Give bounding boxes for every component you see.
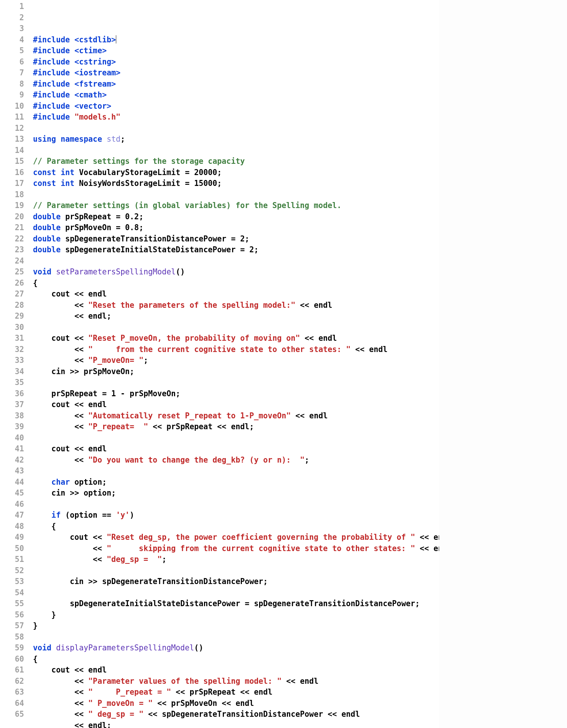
code-line[interactable]: // Parameter settings (in global variabl… (33, 200, 439, 211)
code-line[interactable]: { (33, 654, 439, 665)
line-number: 45 (0, 488, 24, 499)
code-line[interactable]: // Parameter settings for the storage ca… (33, 156, 439, 167)
token-op: >> (65, 488, 84, 497)
code-line[interactable]: double prSpMoveOn = 0.8; (33, 222, 439, 234)
line-number: 36 (0, 388, 24, 400)
code-line[interactable]: spDegenerateInitialStateDistancePower = … (33, 598, 439, 610)
code-line[interactable]: cout << endl (33, 289, 439, 300)
code-line[interactable]: #include <fstream> (33, 79, 439, 90)
code-line[interactable] (33, 145, 439, 156)
line-number: 6 (0, 57, 24, 68)
code-line[interactable]: #include <ctime> (33, 45, 439, 57)
code-line[interactable]: #include <cmath> (33, 90, 439, 101)
code-line[interactable]: { (33, 521, 439, 532)
code-line[interactable]: cout << endl (33, 665, 439, 676)
token-op: = (111, 212, 125, 221)
code-line[interactable]: << "Automatically reset P_repeat to 1-P_… (33, 410, 439, 422)
line-number: 22 (0, 234, 24, 245)
code-editor[interactable]: 1234567891011121314151617181920212223242… (0, 0, 439, 728)
token-id: spDegenerateTransitionDistancePower (162, 710, 323, 719)
code-line[interactable] (33, 587, 439, 599)
code-line[interactable]: << " P_repeat = " << prSpRepeat << endl (33, 687, 439, 698)
code-line[interactable]: using namespace std; (33, 134, 439, 145)
code-line[interactable]: double spDegenerateInitialStateDistanceP… (33, 244, 439, 256)
code-line[interactable] (33, 466, 439, 477)
code-line[interactable]: #include <vector> (33, 101, 439, 112)
code-line[interactable]: << " from the current cognitive state to… (33, 344, 439, 355)
code-line[interactable]: << "P_repeat= " << prSpRepeat << endl; (33, 421, 439, 433)
token-id: cout (51, 400, 70, 409)
code-line[interactable]: cout << endl (33, 399, 439, 410)
line-number: 42 (0, 455, 24, 466)
code-line[interactable]: << "Do you want to change the deg_kb? (y… (33, 455, 439, 466)
line-number: 21 (0, 222, 24, 234)
code-line[interactable] (33, 565, 439, 577)
code-line[interactable]: void displayParametersSpellingModel() (33, 643, 439, 654)
code-line[interactable]: #include <iostream> (33, 67, 439, 79)
code-line[interactable]: double spDegenerateTransitionDistancePow… (33, 234, 439, 245)
token-op: << (70, 665, 88, 674)
code-line[interactable] (33, 189, 439, 201)
code-line[interactable]: << "Parameter values of the spelling mod… (33, 676, 439, 687)
code-line[interactable]: double prSpRepeat = 0.2; (33, 211, 439, 223)
token-op: << (144, 710, 162, 719)
code-line[interactable] (33, 499, 439, 510)
line-number: 15 (0, 156, 24, 167)
code-line[interactable]: char option; (33, 477, 439, 488)
code-line[interactable] (33, 377, 439, 388)
code-line[interactable]: prSpRepeat = 1 - prSpMoveOn; (33, 388, 439, 400)
code-line[interactable]: const int VocabularyStorageLimit = 20000… (33, 167, 439, 178)
line-number: 54 (0, 587, 24, 599)
token-op: ; (176, 389, 180, 398)
token-op: ; (217, 179, 222, 188)
code-line[interactable]: { (33, 278, 439, 289)
code-line[interactable]: if (option == 'y') (33, 510, 439, 521)
line-number: 16 (0, 167, 24, 178)
code-line[interactable]: #include "models.h" (33, 112, 439, 123)
token-pl (33, 544, 93, 553)
token-pl (33, 677, 75, 686)
code-area[interactable]: #include <cstdlib>#include <ctime>#inclu… (30, 0, 439, 728)
token-op: << (351, 345, 369, 354)
token-pl (33, 710, 75, 719)
token-op: << (217, 699, 236, 708)
code-line[interactable]: cin >> option; (33, 488, 439, 499)
token-id: endl (231, 422, 249, 431)
code-line[interactable]: << " deg_sp = " << spDegenerateTransitio… (33, 709, 439, 720)
code-line[interactable]: #include <cstdlib> (33, 34, 439, 46)
code-line[interactable]: << "Reset the parameters of the spelling… (33, 300, 439, 311)
token-op: ) (130, 511, 134, 520)
token-op: << (75, 312, 88, 321)
code-line[interactable] (33, 123, 439, 134)
code-line[interactable] (33, 433, 439, 444)
code-line[interactable] (33, 632, 439, 643)
code-line[interactable]: cout << endl (33, 443, 439, 455)
code-line[interactable]: << "deg_sp = "; (33, 554, 439, 565)
code-line[interactable]: << " skipping from the current cognitive… (33, 543, 439, 554)
code-line[interactable]: << " P_moveOn = " << prSpMoveOn << endl (33, 698, 439, 709)
code-line[interactable]: << "P_moveOn= "; (33, 355, 439, 366)
token-op: >> (65, 367, 84, 376)
code-line[interactable]: << endl; (33, 720, 439, 728)
code-line[interactable]: } (33, 620, 439, 632)
code-line[interactable]: cin >> spDegenerateTransitionDistancePow… (33, 576, 439, 587)
token-op: () (194, 643, 204, 652)
token-st: "models.h" (75, 112, 121, 121)
token-id: cin (70, 577, 84, 586)
token-id: spDegenerateInitialStateDistancePower (65, 245, 236, 254)
text-caret (116, 35, 116, 43)
code-line[interactable] (33, 256, 439, 267)
code-line[interactable]: #include <cstring> (33, 57, 439, 68)
code-line[interactable]: cin >> prSpMoveOn; (33, 366, 439, 377)
token-op: } (33, 621, 38, 630)
code-line[interactable] (33, 322, 439, 333)
code-line[interactable]: << endl; (33, 311, 439, 322)
code-line[interactable]: } (33, 610, 439, 621)
code-line[interactable]: cout << "Reset deg_sp, the power coeffic… (33, 532, 439, 543)
code-line[interactable]: cout << "Reset P_moveOn, the probability… (33, 333, 439, 344)
code-line[interactable]: void setParametersSpellingModel() (33, 267, 439, 278)
line-number: 23 (0, 244, 24, 256)
line-number: 53 (0, 576, 24, 587)
token-id: cout (51, 334, 70, 343)
code-line[interactable]: const int NoisyWordsStorageLimit = 15000… (33, 178, 439, 189)
